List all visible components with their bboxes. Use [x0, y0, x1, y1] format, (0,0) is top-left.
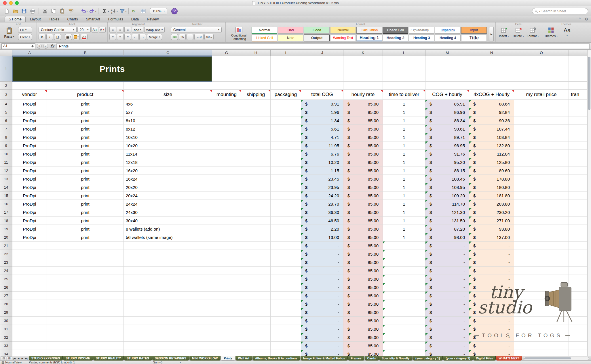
row-header-31[interactable]: 31	[0, 325, 12, 333]
cell-K6[interactable]: $85.00	[343, 116, 383, 125]
cell-M32[interactable]: $-	[425, 333, 469, 342]
minimize-button[interactable]	[9, 1, 13, 5]
cell-I6[interactable]	[271, 116, 301, 125]
cell-L20[interactable]: 1	[383, 233, 425, 242]
cell-C10[interactable]: 11x14	[124, 150, 212, 158]
cell-C6[interactable]: 8x10	[124, 116, 212, 125]
sheet-tab-session-retainers[interactable]: SESSION RETAINERS	[152, 356, 189, 361]
cell-P19[interactable]	[569, 225, 587, 233]
cell-K25[interactable]: $85.00	[343, 275, 383, 283]
decrease-decimal-button[interactable]: .00→	[204, 34, 214, 40]
cell-I9[interactable]	[271, 141, 301, 150]
font-color-button[interactable]: A▾	[81, 34, 88, 40]
cell-K27[interactable]: $85.00	[343, 292, 383, 300]
cell-N27[interactable]: $-	[469, 292, 514, 300]
collapse-ribbon-icon[interactable]: ⌃	[578, 17, 581, 21]
cell-B32[interactable]	[47, 333, 124, 342]
cell-K8[interactable]: $85.00	[343, 133, 383, 141]
cell-M9[interactable]: $96.95	[425, 141, 469, 150]
cell-C17[interactable]: 24x30	[124, 208, 212, 217]
horizontal-scrollbar-thumb[interactable]	[524, 357, 571, 359]
cell-C25[interactable]	[124, 275, 212, 283]
cell-N30[interactable]: $-	[469, 317, 514, 325]
cell-J34[interactable]: $-	[301, 350, 343, 356]
cell-L6[interactable]: 1	[383, 116, 425, 125]
row-header-8[interactable]: 8	[0, 133, 12, 141]
cell-O27[interactable]	[514, 292, 569, 300]
cell-row1[interactable]	[212, 56, 241, 82]
cell-H24[interactable]	[241, 267, 271, 275]
cell-M15[interactable]: $109.20	[425, 191, 469, 200]
cell-I15[interactable]	[271, 191, 301, 200]
align-bottom-button[interactable]: ≡	[124, 27, 131, 33]
cell-N18[interactable]: $271.00	[469, 217, 514, 225]
accept-icon[interactable]: ✓	[43, 44, 48, 49]
cell-H9[interactable]	[241, 141, 271, 150]
cell-K11[interactable]: $85.00	[343, 158, 383, 166]
cell-J32[interactable]: $-	[301, 333, 343, 342]
cell-M18[interactable]: $131.50	[425, 217, 469, 225]
column-header-O[interactable]: O	[514, 50, 569, 56]
cell-G5[interactable]	[212, 108, 241, 116]
cell-N28[interactable]: $-	[469, 300, 514, 308]
cell-style-neutral[interactable]: Neutral	[330, 27, 356, 34]
cell-L30[interactable]	[383, 317, 425, 325]
cell-B16[interactable]: print	[47, 200, 124, 208]
cell-J24[interactable]: $-	[301, 267, 343, 275]
header-cell-clipped[interactable]: tran	[569, 90, 587, 100]
cell-B11[interactable]: print	[47, 158, 124, 166]
cell-N12[interactable]: $89.60	[469, 166, 514, 175]
theme-fonts-button[interactable]: Aa ▾	[560, 27, 574, 37]
cell-B5[interactable]: print	[47, 108, 124, 116]
cell-H18[interactable]	[241, 217, 271, 225]
cell-row1[interactable]	[469, 56, 514, 82]
cell-L13[interactable]: 1	[383, 175, 425, 183]
sheet-tab-what-s-next[interactable]: WHAT'S NEXT	[496, 356, 522, 361]
cell-K34[interactable]: $85.00	[343, 350, 383, 356]
cell-L23[interactable]	[383, 258, 425, 267]
print-button[interactable]	[28, 7, 37, 15]
cell-N19[interactable]: $93.80	[469, 225, 514, 233]
cell-O18[interactable]	[514, 217, 569, 225]
cell-P23[interactable]	[569, 258, 587, 267]
cell-style-good[interactable]: Good	[304, 27, 330, 34]
cell-G12[interactable]	[212, 166, 241, 175]
ribbon-tab-review[interactable]: Review	[143, 16, 162, 22]
cell-H29[interactable]	[241, 308, 271, 317]
column-header-H[interactable]: H	[241, 50, 271, 56]
cell-H16[interactable]	[241, 200, 271, 208]
cell-B8[interactable]: print	[47, 133, 124, 141]
cell-K24[interactable]: $85.00	[343, 267, 383, 275]
cell-N29[interactable]: $-	[469, 308, 514, 317]
cancel-icon[interactable]: ×	[37, 44, 42, 49]
row-header-18[interactable]: 18	[0, 217, 12, 225]
row-header-29[interactable]: 29	[0, 308, 12, 317]
row-header-6[interactable]: 6	[0, 116, 12, 125]
themes-button[interactable]: Themes▾	[543, 27, 559, 38]
cell-H30[interactable]	[241, 317, 271, 325]
chevron-down-icon[interactable]: ▾	[125, 10, 127, 13]
cell-B12[interactable]: print	[47, 166, 124, 175]
cell-B28[interactable]	[47, 300, 124, 308]
cell-N8[interactable]: $103.84	[469, 133, 514, 141]
paste-button[interactable]: Paste▾	[2, 27, 17, 38]
cell-style-normal[interactable]: Normal	[252, 27, 277, 34]
row-header-16[interactable]: 16	[0, 200, 12, 208]
cell-J17[interactable]: $36.30	[301, 208, 343, 217]
cell-H25[interactable]	[241, 275, 271, 283]
cell-L31[interactable]	[383, 325, 425, 333]
cell-P27[interactable]	[569, 292, 587, 300]
row-header-27[interactable]: 27	[0, 292, 12, 300]
cell-P18[interactable]	[569, 217, 587, 225]
cell-K10[interactable]: $85.00	[343, 150, 383, 158]
cell-M8[interactable]: $89.71	[425, 133, 469, 141]
cell-row2[interactable]	[514, 82, 569, 90]
row-header-10[interactable]: 10	[0, 150, 12, 158]
cell-C11[interactable]: 12x18	[124, 158, 212, 166]
cell-M7[interactable]: $90.61	[425, 125, 469, 133]
last-sheet-button[interactable]: ▶|	[24, 357, 28, 360]
cell-P24[interactable]	[569, 267, 587, 275]
cell-K23[interactable]: $85.00	[343, 258, 383, 267]
search-scope-caret-icon[interactable]: ▾	[539, 10, 540, 13]
cell-C22[interactable]	[124, 250, 212, 258]
